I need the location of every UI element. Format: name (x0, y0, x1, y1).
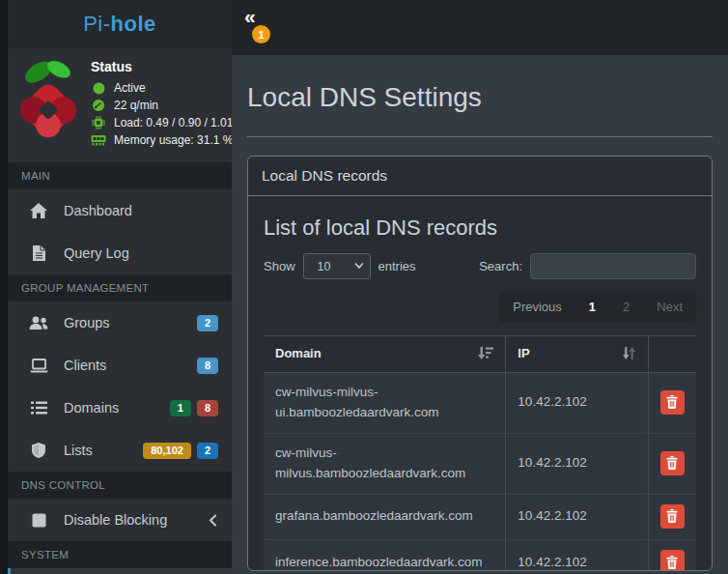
sort-amount-icon (477, 347, 493, 362)
table-row: cw-milvus-milvus-ui.bamboozledaardvark.c… (264, 373, 696, 434)
domain-cell: cw-milvus-milvus.bamboozledaardvark.com (264, 433, 506, 494)
brand-logo-text[interactable]: Pi-hole (8, 0, 232, 48)
status-item: Memory usage: 31.1 % (91, 133, 232, 147)
badge: 1 (170, 400, 191, 416)
page-button-next[interactable]: Next (643, 292, 696, 322)
sidebar-item-settings[interactable]: Settings (8, 568, 232, 574)
badge: 80,102 (143, 443, 191, 459)
domain-cell: grafana.bamboozledaardvark.com (264, 494, 506, 539)
delete-record-button[interactable] (660, 390, 685, 415)
delete-record-button[interactable] (660, 550, 685, 571)
stop-icon (29, 511, 48, 529)
entries-select[interactable]: 10 (303, 253, 371, 279)
show-label: Show (264, 259, 295, 273)
sidebar-item-lists[interactable]: Lists 80,1022 (8, 429, 232, 472)
brand-suffix: hole (111, 12, 156, 37)
page-title: Local DNS Settings (247, 80, 713, 114)
status-item-label: Memory usage: 31.1 % (114, 133, 232, 147)
column-header-actions[interactable] (648, 336, 696, 373)
status-panel: Status Active 22 q/min Load: 0.49 / 0.90… (8, 48, 232, 162)
sidebar-item-query-log[interactable]: Query Log (8, 232, 232, 274)
delete-record-button[interactable] (660, 504, 685, 529)
list-icon (29, 399, 48, 416)
column-label: IP (518, 346, 529, 360)
ip-cell: 10.42.2.102 (506, 540, 649, 571)
search-input[interactable] (530, 253, 696, 279)
card-body: List of local DNS records Show 10 entrie… (248, 196, 712, 571)
sidebar-collapse-icon[interactable]: « (244, 4, 256, 28)
pagination: Previous12Next (499, 292, 696, 322)
table-controls: Show 10 entries Search: (264, 253, 696, 279)
page-button-2[interactable]: 2 (609, 292, 643, 322)
search-control: Search: (479, 253, 696, 279)
domain-cell: cw-milvus-milvus-ui.bamboozledaardvark.c… (264, 373, 506, 434)
menu-section-header: MAIN (8, 162, 232, 189)
list-title: List of local DNS records (264, 215, 696, 241)
sidebar-item-domains[interactable]: Domains 18 (8, 387, 232, 429)
title-divider (247, 136, 713, 137)
card-header: Local DNS records (248, 157, 712, 196)
menu-section-header: DNS CONTROL (8, 472, 232, 499)
status-item: Active (91, 81, 232, 95)
status-title: Status (91, 59, 232, 74)
gauge-icon (91, 99, 106, 112)
sidebar-item-label: Query Log (64, 245, 129, 261)
ip-cell: 10.42.2.102 (506, 494, 649, 539)
sidebar-item-label: Disable Blocking (64, 512, 167, 528)
badge: 8 (197, 400, 218, 416)
microchip-icon (91, 116, 106, 129)
sidebar: Pi-hole Status Active 22 q/min (8, 0, 232, 574)
notification-badge[interactable]: 1 (252, 25, 270, 43)
sidebar-item-label: Groups (64, 315, 110, 330)
sidebar-menu: MAIN Dashboard Query Log GROUP MANAGEMEN… (8, 162, 232, 574)
sidebar-item-label: Lists (64, 443, 93, 458)
screen-edge (0, 0, 8, 574)
delete-record-button[interactable] (660, 451, 685, 475)
sidebar-item-dashboard[interactable]: Dashboard (8, 189, 232, 232)
status-item: Load: 0.49 / 0.90 / 1.01 (91, 116, 232, 129)
sidebar-item-clients[interactable]: Clients 8 (8, 344, 232, 387)
badge: 2 (197, 315, 218, 331)
badge: 2 (197, 443, 218, 459)
shield-icon (29, 442, 48, 459)
menu-section-header: SYSTEM (8, 541, 232, 568)
table-row: grafana.bamboozledaardvark.com 10.42.2.1… (264, 494, 696, 539)
local-dns-records-card: Local DNS records List of local DNS reco… (247, 156, 713, 571)
ip-cell: 10.42.2.102 (506, 373, 649, 434)
home-icon (29, 202, 48, 219)
dns-records-table: DomainIP cw-milvus-milvus-ui.bamboozleda… (264, 335, 696, 571)
brand-prefix: Pi- (83, 12, 110, 37)
table-row: cw-milvus-milvus.bamboozledaardvark.com … (264, 433, 696, 494)
column-header-ip[interactable]: IP (506, 336, 649, 373)
status-item-label: 22 q/min (114, 99, 158, 112)
sidebar-item-label: Dashboard (64, 203, 132, 218)
sidebar-item-groups[interactable]: Groups 2 (8, 301, 232, 344)
column-header-domain[interactable]: Domain (264, 336, 506, 373)
file-icon (29, 244, 48, 262)
chevron-left-icon (207, 514, 218, 527)
top-navbar: « 1 (232, 0, 728, 55)
badge: 8 (197, 358, 218, 374)
sidebar-item-disable-blocking[interactable]: Disable Blocking (8, 499, 232, 541)
status-item-label: Load: 0.49 / 0.90 / 1.01 (114, 116, 232, 129)
users-icon (29, 314, 48, 331)
domain-cell: inference.bamboozledaardvark.com (264, 540, 506, 571)
status-dot-icon (91, 81, 106, 95)
status-item: 22 q/min (91, 99, 232, 112)
page-button-1[interactable]: 1 (575, 292, 609, 322)
sort-both-icon (622, 347, 636, 362)
main-area: « 1 Local DNS Settings Local DNS records… (232, 0, 728, 574)
pihole-admin-window: Pi-hole Status Active 22 q/min (0, 0, 728, 574)
pihole-raspberry-logo (17, 57, 79, 140)
column-label: Domain (275, 346, 322, 360)
page-button-previous[interactable]: Previous (499, 292, 575, 322)
ip-cell: 10.42.2.102 (506, 433, 649, 494)
sidebar-item-label: Clients (64, 358, 106, 373)
show-entries-control: Show 10 entries (264, 253, 416, 279)
pagination-row: Previous12Next (264, 292, 696, 322)
entries-label: entries (378, 259, 416, 273)
search-label: Search: (479, 259, 522, 273)
content: Local DNS Settings Local DNS records Lis… (232, 80, 728, 571)
sidebar-item-label: Domains (64, 400, 119, 416)
memory-icon (91, 133, 106, 147)
